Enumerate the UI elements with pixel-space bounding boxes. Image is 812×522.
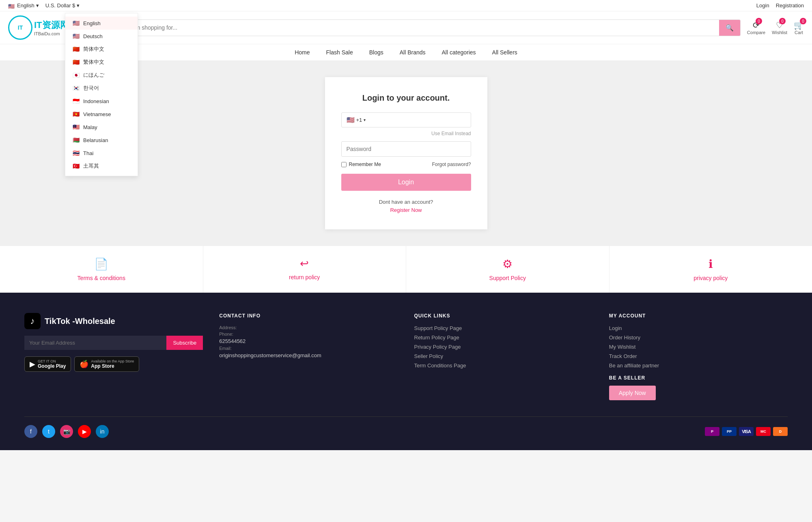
language-label: English xyxy=(17,2,34,9)
lang-option-belarusian[interactable]: 🇧🇾 Belarusian xyxy=(65,134,138,147)
nav-all-brands[interactable]: All Brands xyxy=(400,49,426,56)
nav-blogs[interactable]: Blogs xyxy=(369,49,383,56)
apply-now-button[interactable]: Apply Now xyxy=(609,386,656,400)
login-options: Remember Me Forgot password? xyxy=(341,162,471,167)
lang-option-turkish[interactable]: 🇹🇷 土耳其 xyxy=(65,160,138,173)
cart-action[interactable]: 🛒 0 Cart xyxy=(794,20,804,35)
remember-me-text: Remember Me xyxy=(349,162,381,167)
support-icon: ⚙ xyxy=(502,257,513,271)
login-link[interactable]: Login xyxy=(756,2,769,9)
contact-title: CONTACT INFO xyxy=(219,313,398,319)
subscribe-button[interactable]: Subscribe xyxy=(166,336,203,350)
contact-phone-value: 625544562 xyxy=(219,338,398,344)
facebook-icon[interactable]: f xyxy=(24,425,37,438)
compare-action[interactable]: ⟳ 0 Compare xyxy=(747,20,765,35)
search-bar: 🔍 xyxy=(123,19,741,36)
no-account-text: Dont have an account? xyxy=(341,199,471,205)
forgot-password-link[interactable]: Forgot password? xyxy=(432,162,471,167)
app-store-badge[interactable]: 🍎 Available on the App Store App Store xyxy=(74,356,139,372)
logo-sub: ITBaiDu.com xyxy=(34,31,69,36)
quick-links-column: QUICK LINKS Support Policy Page Return P… xyxy=(414,313,593,400)
account-login[interactable]: Login xyxy=(609,325,788,331)
lang-option-deutsch[interactable]: 🇺🇸 Deutsch xyxy=(65,30,138,43)
tiktok-logo-icon: ♪ xyxy=(24,313,41,329)
contact-address-label: Address: xyxy=(219,325,398,330)
cart-label: Cart xyxy=(795,30,803,35)
search-button[interactable]: 🔍 xyxy=(719,20,740,36)
logo-text: IT资源网 xyxy=(34,19,69,31)
quick-link-support[interactable]: Support Policy Page xyxy=(414,325,593,331)
phone-flag-icon: 🇺🇸 xyxy=(347,116,355,124)
policy-privacy[interactable]: ℹ privacy policy xyxy=(610,246,812,293)
logo-icon: IT xyxy=(8,15,32,40)
search-input[interactable] xyxy=(123,20,719,35)
twitter-icon[interactable]: t xyxy=(42,425,55,438)
privacy-icon: ℹ xyxy=(709,257,713,271)
google-play-badge[interactable]: ▶ GET IT ON Google Play xyxy=(24,356,71,372)
language-selector[interactable]: 🇺🇸 English ▾ xyxy=(8,2,39,9)
quick-link-return[interactable]: Return Policy Page xyxy=(414,334,593,341)
lang-option-thai[interactable]: 🇹🇭 Thai xyxy=(65,147,138,160)
terms-icon: 📄 xyxy=(94,257,108,271)
quick-link-terms[interactable]: Term Conditions Page xyxy=(414,362,593,369)
footer-brand-column: ♪ TikTok -Wholesale Subscribe ▶ GET IT O… xyxy=(24,313,203,400)
login-button[interactable]: Login xyxy=(341,174,471,191)
nav-all-categories[interactable]: All categories xyxy=(442,49,476,56)
account-order-history[interactable]: Order History xyxy=(609,334,788,341)
visa-icon: VISA xyxy=(739,427,754,436)
use-email-link[interactable]: Use Email Instead xyxy=(341,131,471,136)
header-actions: ⟳ 0 Compare ♡ 0 Wishlist 🛒 0 Cart xyxy=(747,20,804,35)
nav-all-sellers[interactable]: All Sellers xyxy=(492,49,517,56)
account-affiliate[interactable]: Be an affiliate partner xyxy=(609,362,788,369)
login-card: Login to your account. 🇺🇸 +1 ▾ Use Email… xyxy=(325,77,487,229)
lang-option-simplified-chinese[interactable]: 🇨🇳 简体中文 xyxy=(65,43,138,56)
currency-selector[interactable]: U.S. Dollar $ ▾ xyxy=(45,2,80,9)
lang-option-label: Thai xyxy=(83,150,93,156)
lang-option-label: Vietnamese xyxy=(83,111,111,117)
register-now-link[interactable]: Register Now xyxy=(390,207,422,213)
registration-link[interactable]: Registration xyxy=(776,2,804,9)
lang-option-label: English xyxy=(83,20,101,26)
nav-flash-sale[interactable]: Flash Sale xyxy=(326,49,353,56)
footer-email-row: Subscribe xyxy=(24,336,203,350)
lang-option-label: Belarusian xyxy=(83,137,108,143)
contact-info-column: CONTACT INFO Address: Phone: 625544562 E… xyxy=(219,313,398,400)
quick-link-seller[interactable]: Seller Policy xyxy=(414,353,593,359)
cart-badge: 0 xyxy=(800,18,806,24)
policy-section: 📄 Terms & conditions ↩ return policy ⚙ S… xyxy=(0,246,812,293)
phone-input-row[interactable]: 🇺🇸 +1 ▾ xyxy=(341,112,471,127)
instagram-icon[interactable]: 📷 xyxy=(60,425,73,438)
wishlist-badge: 0 xyxy=(779,18,786,24)
quick-link-privacy[interactable]: Privacy Policy Page xyxy=(414,344,593,350)
lang-option-traditional-chinese[interactable]: 🇨🇳 繁体中文 xyxy=(65,56,138,69)
remember-me-label[interactable]: Remember Me xyxy=(341,162,381,167)
lang-option-korean[interactable]: 🇰🇷 한국어 xyxy=(65,82,138,95)
nav-home[interactable]: Home xyxy=(295,49,310,56)
wishlist-label: Wishlist xyxy=(772,30,787,35)
lang-option-label: Deutsch xyxy=(83,33,103,39)
lang-option-japanese[interactable]: 🇯🇵 にほんご xyxy=(65,69,138,82)
app-store-main: App Store xyxy=(91,363,134,369)
policy-support[interactable]: ⚙ Support Policy xyxy=(406,246,610,293)
lang-option-english[interactable]: 🇺🇸 English xyxy=(65,17,138,30)
lang-option-label: にほんご xyxy=(83,71,104,79)
account-track-order[interactable]: Track Order xyxy=(609,353,788,359)
use-email-anchor[interactable]: Use Email Instead xyxy=(431,131,471,136)
terms-label: Terms & conditions xyxy=(78,275,125,281)
youtube-icon[interactable]: ▶ xyxy=(78,425,91,438)
lang-option-malay[interactable]: 🇲🇾 Malay xyxy=(65,121,138,134)
password-input[interactable] xyxy=(341,141,471,157)
remember-me-checkbox[interactable] xyxy=(341,162,347,167)
policy-terms[interactable]: 📄 Terms & conditions xyxy=(0,246,203,293)
footer-bottom: f t 📷 ▶ in P PP VISA MC D xyxy=(24,416,788,438)
return-label: return policy xyxy=(289,274,320,280)
footer-email-input[interactable] xyxy=(24,336,166,350)
wishlist-action[interactable]: ♡ 0 Wishlist xyxy=(772,20,787,35)
linkedin-icon[interactable]: in xyxy=(96,425,109,438)
lang-option-indonesian[interactable]: 🇮🇩 Indonesian xyxy=(65,95,138,108)
account-wishlist[interactable]: My Wishlist xyxy=(609,344,788,350)
lang-option-vietnamese[interactable]: 🇻🇳 Vietnamese xyxy=(65,108,138,121)
currency-label: U.S. Dollar $ xyxy=(45,2,75,9)
policy-return[interactable]: ↩ return policy xyxy=(203,246,407,293)
top-bar: 🇺🇸 English ▾ U.S. Dollar $ ▾ Login Regis… xyxy=(0,0,812,11)
